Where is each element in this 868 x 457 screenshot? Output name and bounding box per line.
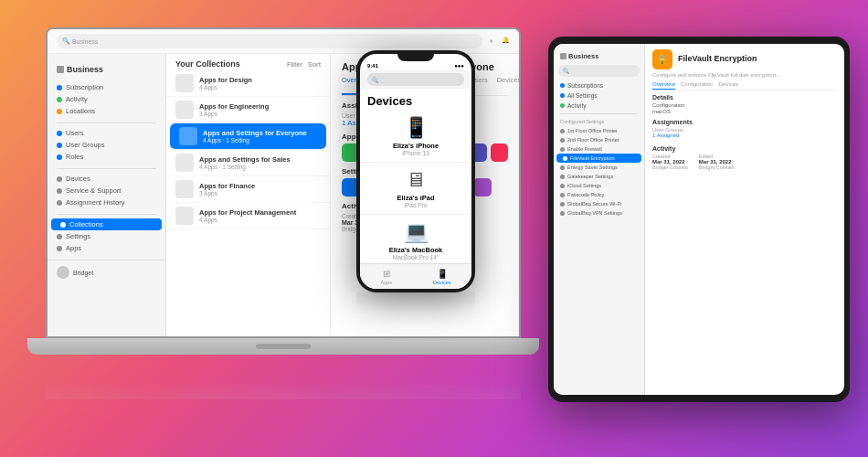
dot-icon [57,109,62,114]
list-item[interactable]: Apps for Finance 3 Apps [166,176,330,203]
dot-icon [57,143,62,148]
dot-icon [560,147,565,152]
lock-icon: 🔒 [656,54,669,66]
tablet-detail-panel: 🔒 FileVault Encryption Configure and enf… [645,44,844,395]
tablet-detail-title: FileVault Encryption [678,54,757,63]
tablet-item-energy[interactable]: Energy Saver Settings [554,163,644,172]
ipad-icon: 🖥 [406,168,426,192]
top-icons: ＋ 🔔 [488,37,510,46]
sidebar-item-activity[interactable]: Activity [48,93,165,105]
dot-icon [60,222,66,228]
sidebar-item-locations[interactable]: Locations [48,105,165,117]
tablet-item-wifi[interactable]: GlobalBag Secure Wi-Fi [554,199,644,208]
tab-assign-row: User Groups 1 Assigned [652,127,837,138]
sidebar-divider [57,122,156,123]
phone: 9:41 ●●● 🔍 Devices 📱 Eliza's iPhone iPho… [356,50,475,292]
macbook-icon: 💻 [404,220,429,244]
config-label: Configuration [652,102,837,108]
list-item[interactable]: Apps for Engineering 3 Apps [166,97,330,123]
sidebar-section-1: Subscription Activity Locations [48,81,165,117]
devices-tab-label: Devices [433,280,451,285]
phone-header: Devices [360,89,471,111]
tab-devices[interactable]: Devices [719,81,738,90]
avatar [57,266,69,279]
iphone-icon: 📱 [404,116,429,140]
list-item[interactable]: 💻 Eliza's MacBook MacBook Pro 14" [360,215,471,263]
tablet-item-filevault[interactable]: FileVault Encryption [556,154,641,163]
device-name: Eliza's MacBook [389,246,442,254]
tab-activity-dates: Created Mar 31, 2022 Bridget Cosines Edi… [652,154,837,170]
dot-icon [560,165,565,170]
laptop-search[interactable]: 🔍 Business [57,34,482,48]
sidebar-item-service[interactable]: Service & Support [48,185,165,197]
list-item[interactable]: Apps for Project Management 4 Apps [166,203,330,229]
collection-info: Apps and Settings for Everyone 4 Apps · … [203,129,317,143]
collections-title: Your Collections [175,59,240,69]
phone-body: 9:41 ●●● 🔍 Devices 📱 Eliza's iPhone iPho… [356,50,475,292]
sidebar-item-roles[interactable]: Roles [48,151,165,163]
sidebar-item-assignment-history[interactable]: Assignment History [48,197,165,208]
tablet-item-firewall[interactable]: Enable Firewall [554,144,644,154]
list-item[interactable]: Apps and Settings for Sales 4 Apps · 1 S… [166,150,330,176]
phone-topbar: 🔍 [360,70,471,89]
tab-activity: Activity Created Mar 31, 2022 Bridget Co… [652,145,837,170]
tablet-item-passcode[interactable]: Passcode Policy [554,190,644,199]
phone-tab-devices[interactable]: 📱 Devices [433,269,451,285]
tablet-item-vpn[interactable]: GlobalBag VPN Settings [554,208,644,218]
dot-icon [563,156,567,161]
list-item[interactable]: 🖥 Eliza's iPad iPad Pro [360,163,471,215]
tablet-sidebar-item-subscriptions[interactable]: Subscriptions [554,80,644,90]
sidebar-item-devices[interactable]: Devices [48,173,165,185]
dot-icon [560,83,565,88]
sidebar-item-collections[interactable]: Collections [51,218,162,230]
laptop-sidebar: Business Subscription Activity Locations [48,54,166,336]
tablet-sidebar-item-allsettings[interactable]: All Settings [554,90,644,101]
tab-devices[interactable]: Devices [497,76,519,95]
tablet-brand: Business [554,49,644,65]
phone-screen: 9:41 ●●● 🔍 Devices 📱 Eliza's iPhone iPho… [360,54,471,289]
collection-icon [179,127,197,145]
phone-device-list: 📱 Eliza's iPhone iPhone 13 🖥 Eliza's iPa… [360,111,471,263]
phone-search[interactable]: 🔍 [367,73,464,86]
phone-time: 9:41 [367,63,378,69]
dot-icon [57,234,62,239]
search-icon: 🔍 [372,77,378,83]
dot-icon [57,97,62,102]
list-item[interactable]: Apps for Design 4 Apps [166,70,330,97]
device-model: iPhone 13 [402,150,429,156]
collection-icon [175,154,194,172]
collection-info: Apps for Engineering 3 Apps [199,102,321,117]
dot-icon [57,188,62,194]
tablet-item-icloud[interactable]: iCloud Settings [554,181,644,190]
tablet-search[interactable]: 🔍 [558,65,640,77]
dot-icon [560,103,565,108]
sort-button[interactable]: Sort [308,61,321,68]
list-item[interactable]: 📱 Eliza's iPhone iPhone 13 [360,111,471,163]
assignments-title: Assignments [652,119,837,125]
sidebar-item-subscription[interactable]: Subscription [48,81,165,93]
tablet-item-1st-floor[interactable]: 1st Floor Office Printer [554,126,644,135]
sidebar-item-apps[interactable]: Apps [48,242,165,254]
tablet-item-2nd-floor[interactable]: 2nd Floor Office Printer [554,135,644,144]
tab-overview[interactable]: Overview [652,81,675,90]
collection-icon [175,207,194,225]
tablet: Business 🔍 Subscriptions All Settings Ac… [548,37,850,402]
tablet-sidebar-item-activity[interactable]: Activity [554,101,644,111]
dot-icon [560,93,565,98]
tablet-item-gatekeeper[interactable]: Gatekeeper Settings [554,172,644,181]
tab-configuration[interactable]: Configuration [681,81,714,90]
search-placeholder: Business [72,38,98,45]
sidebar-item-users[interactable]: Users [48,127,165,139]
add-icon[interactable]: ＋ [488,37,494,46]
phone-status-bar: 9:41 ●●● [360,61,471,70]
collection-list: Apps for Design 4 Apps Apps for Engineer… [166,70,330,229]
alerts-icon[interactable]: 🔔 [502,37,510,46]
sidebar-item-settings[interactable]: Settings [48,230,165,242]
list-item[interactable]: Apps and Settings for Everyone 4 Apps · … [170,123,326,150]
phone-tab-apps[interactable]: ⊞ Apps [380,269,392,285]
filter-button[interactable]: Filter [287,61,302,68]
sidebar-item-usergroups[interactable]: User Groups [48,139,165,151]
device-name: Eliza's iPad [397,194,435,202]
device-name: Eliza's iPhone [393,142,439,150]
dot-icon [57,85,62,90]
